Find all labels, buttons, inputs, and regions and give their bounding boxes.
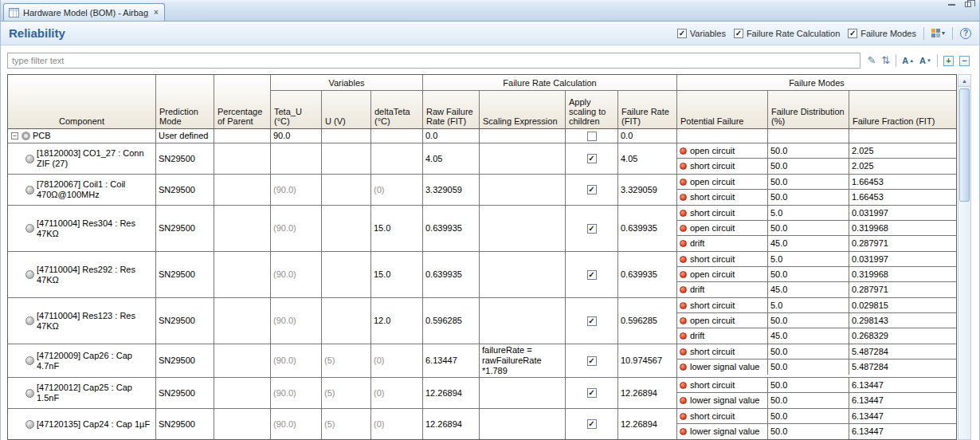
apply-scaling-cell[interactable]: ✓ xyxy=(566,378,618,408)
teta-u-cell[interactable]: (90.0) xyxy=(271,378,322,408)
failure-fraction-cell[interactable]: 0.319968 xyxy=(849,221,956,235)
delta-teta-cell[interactable]: (0) xyxy=(371,409,423,439)
apply-scaling-checkbox[interactable]: ✓ xyxy=(587,388,597,398)
u-cell[interactable]: (5) xyxy=(322,409,371,439)
failure-mode-row[interactable]: open circuit50.01.66453 xyxy=(677,175,956,190)
scaling-expression-cell[interactable] xyxy=(480,409,566,439)
table-row[interactable]: [78120067] Coil1 : Coil 470Ω@100MHzSN295… xyxy=(8,175,956,206)
column-header-component[interactable]: Component xyxy=(8,75,156,128)
restore-icon[interactable] xyxy=(965,2,971,7)
teta-u-cell[interactable] xyxy=(271,143,322,174)
scaling-expression-cell[interactable] xyxy=(480,143,566,174)
failure-distribution-cell[interactable]: 45.0 xyxy=(768,328,849,344)
failure-fraction-cell[interactable]: 5.487284 xyxy=(849,359,956,375)
potential-failure-cell[interactable]: short circuit xyxy=(677,298,768,312)
scaling-expression-cell[interactable]: failureRate = rawFailureRate *1.789 xyxy=(480,344,566,377)
failure-distribution-cell[interactable]: 50.0 xyxy=(768,267,849,281)
delta-teta-cell[interactable] xyxy=(371,129,423,143)
delta-teta-cell[interactable]: 15.0 xyxy=(371,206,423,251)
potential-failure-cell[interactable]: lower signal value xyxy=(677,424,768,439)
component-cell[interactable]: −PCB xyxy=(8,129,156,143)
failure-distribution-cell[interactable]: 5.0 xyxy=(768,252,849,266)
failure-fraction-cell[interactable]: 0.298143 xyxy=(849,313,956,328)
checkbox-icon[interactable]: ✓ xyxy=(677,29,687,38)
component-cell[interactable]: [18120003] CO1_27 : Conn ZIF (27) xyxy=(8,143,156,174)
prediction-mode-cell[interactable]: SN29500 xyxy=(156,344,214,377)
apply-scaling-checkbox[interactable]: ✓ xyxy=(587,154,597,163)
u-cell[interactable] xyxy=(322,206,371,251)
failure-distribution-cell[interactable]: 50.0 xyxy=(768,143,849,158)
apply-scaling-cell[interactable]: ✓ xyxy=(566,175,618,205)
vertical-scrollbar[interactable]: ▲ xyxy=(958,74,971,440)
failure-mode-row[interactable]: drift45.00.268329 xyxy=(677,328,956,344)
table-row[interactable]: [47110004] Res123 : Res 47KΩSN29500(90.0… xyxy=(8,298,956,344)
failure-rate-cell[interactable]: 0.596285 xyxy=(618,298,677,344)
raw-failure-rate-cell[interactable]: 12.26894 xyxy=(423,378,480,408)
raw-failure-rate-cell[interactable]: 4.05 xyxy=(423,143,480,174)
column-header-apply-scaling[interactable]: Apply scaling to children xyxy=(566,91,618,128)
raw-failure-rate-cell[interactable]: 0.0 xyxy=(423,129,480,143)
percentage-of-parent-cell[interactable] xyxy=(214,143,271,174)
failure-distribution-cell[interactable]: 50.0 xyxy=(768,175,849,189)
failure-fraction-cell[interactable]: 6.13447 xyxy=(849,409,956,423)
apply-scaling-cell[interactable]: ✓ xyxy=(566,143,618,174)
potential-failure-cell[interactable]: open circuit xyxy=(677,175,768,189)
component-cell[interactable]: [47110004] Res304 : Res 47KΩ xyxy=(8,206,156,251)
failure-fraction-cell[interactable]: 6.13447 xyxy=(849,393,956,408)
expand-toggle-icon[interactable]: − xyxy=(11,132,18,139)
help-icon[interactable]: ? xyxy=(960,28,971,39)
failure-mode-row[interactable]: lower signal value50.06.13447 xyxy=(677,393,956,408)
apply-scaling-checkbox[interactable]: ✓ xyxy=(587,316,597,326)
component-cell[interactable]: [47120012] Cap25 : Cap 1.5nF xyxy=(8,378,156,408)
failure-rate-cell[interactable]: 0.639935 xyxy=(618,206,677,251)
potential-failure-cell[interactable]: lower signal value xyxy=(677,359,768,375)
failure-mode-row[interactable]: open circuit50.02.025 xyxy=(677,143,956,159)
scaling-expression-cell[interactable] xyxy=(480,298,566,344)
prediction-mode-cell[interactable]: SN29500 xyxy=(156,206,214,251)
potential-failure-cell[interactable]: drift xyxy=(677,236,768,251)
edit-filter-icon[interactable]: ✎ xyxy=(867,55,876,66)
potential-failure-cell[interactable]: short circuit xyxy=(677,206,768,220)
failure-mode-row[interactable]: short circuit5.00.031997 xyxy=(677,252,956,267)
component-cell[interactable]: [78120067] Coil1 : Coil 470Ω@100MHz xyxy=(8,175,156,205)
apply-scaling-checkbox[interactable] xyxy=(587,132,597,141)
raw-failure-rate-cell[interactable]: 3.329059 xyxy=(423,175,480,205)
scroll-up-arrow-icon[interactable]: ▲ xyxy=(958,75,970,87)
failure-fraction-cell[interactable]: 5.487284 xyxy=(849,344,956,359)
failure-mode-row[interactable]: open circuit50.00.298143 xyxy=(677,313,956,328)
failure-fraction-cell[interactable] xyxy=(849,129,956,143)
u-cell[interactable] xyxy=(322,143,371,174)
column-header-potential-failure[interactable]: Potential Failure xyxy=(677,91,768,128)
prediction-mode-cell[interactable]: SN29500 xyxy=(156,298,214,344)
percentage-of-parent-cell[interactable] xyxy=(214,175,271,205)
failure-mode-row[interactable]: lower signal value50.05.487284 xyxy=(677,359,956,375)
delta-teta-cell[interactable]: (0) xyxy=(371,344,423,377)
teta-u-cell[interactable]: (90.0) xyxy=(271,344,322,377)
failure-fraction-cell[interactable]: 0.319968 xyxy=(849,267,956,281)
u-cell[interactable]: (5) xyxy=(322,344,371,377)
apply-scaling-checkbox[interactable]: ✓ xyxy=(587,270,597,280)
failure-mode-row[interactable]: short circuit50.06.13447 xyxy=(677,409,956,424)
teta-u-cell[interactable]: (90.0) xyxy=(271,206,322,251)
column-header-raw-failure-rate[interactable]: Raw Failure Rate (FIT) xyxy=(423,91,480,128)
failure-fraction-cell[interactable]: 2.025 xyxy=(849,143,956,158)
u-cell[interactable]: (5) xyxy=(322,378,371,408)
potential-failure-cell[interactable] xyxy=(677,129,768,143)
table-row[interactable]: [47120135] Cap24 : Cap 1µFSN29500(90.0)(… xyxy=(8,409,956,439)
failure-fraction-cell[interactable]: 0.031997 xyxy=(849,252,956,266)
apply-scaling-cell[interactable] xyxy=(566,129,618,143)
teta-u-cell[interactable]: (90.0) xyxy=(271,409,322,439)
potential-failure-cell[interactable]: short circuit xyxy=(677,344,768,359)
teta-u-cell[interactable]: (90.0) xyxy=(271,298,322,344)
teta-u-cell[interactable]: (90.0) xyxy=(271,252,322,297)
column-header-failure-fraction[interactable]: Failure Fraction (FIT) xyxy=(849,91,956,128)
raw-failure-rate-cell[interactable]: 0.639935 xyxy=(423,206,480,251)
column-header-u[interactable]: U (V) xyxy=(322,91,371,128)
failure-distribution-cell[interactable]: 50.0 xyxy=(768,424,849,439)
minimize-icon[interactable] xyxy=(948,3,955,6)
table-row[interactable]: [47120012] Cap25 : Cap 1.5nFSN29500(90.0… xyxy=(8,378,956,409)
failure-rate-cell[interactable]: 4.05 xyxy=(618,143,677,174)
failure-rate-cell[interactable]: 0.639935 xyxy=(618,252,677,297)
apply-scaling-cell[interactable]: ✓ xyxy=(566,206,618,251)
failure-distribution-cell[interactable]: 50.0 xyxy=(768,159,849,174)
